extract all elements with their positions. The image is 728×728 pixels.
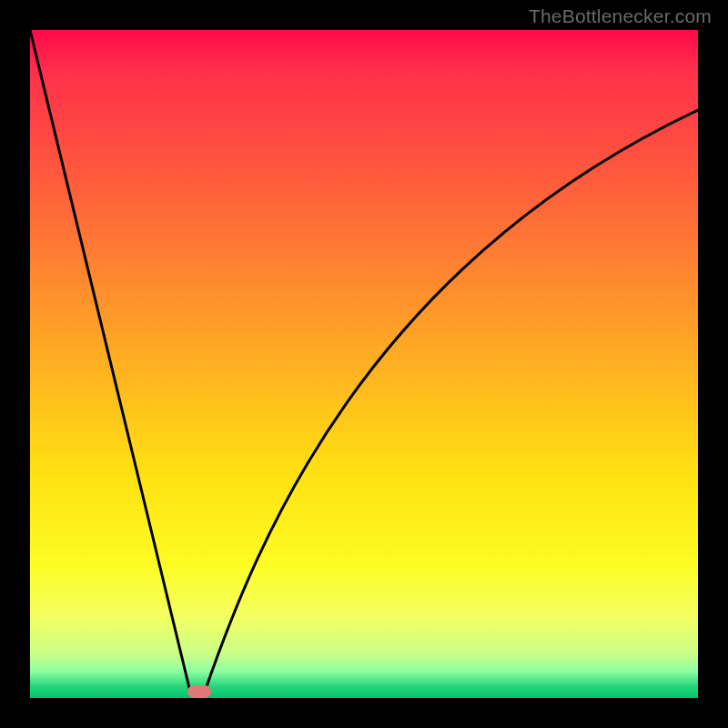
curve-path	[30, 30, 698, 697]
chart-frame: TheBottlenecker.com	[0, 0, 728, 728]
chart-svg	[30, 30, 698, 698]
optimal-marker	[187, 685, 211, 698]
curve-group	[30, 30, 698, 697]
plot-area	[30, 30, 698, 698]
watermark-text: TheBottlenecker.com	[529, 5, 712, 27]
svg-rect-0	[187, 685, 211, 698]
